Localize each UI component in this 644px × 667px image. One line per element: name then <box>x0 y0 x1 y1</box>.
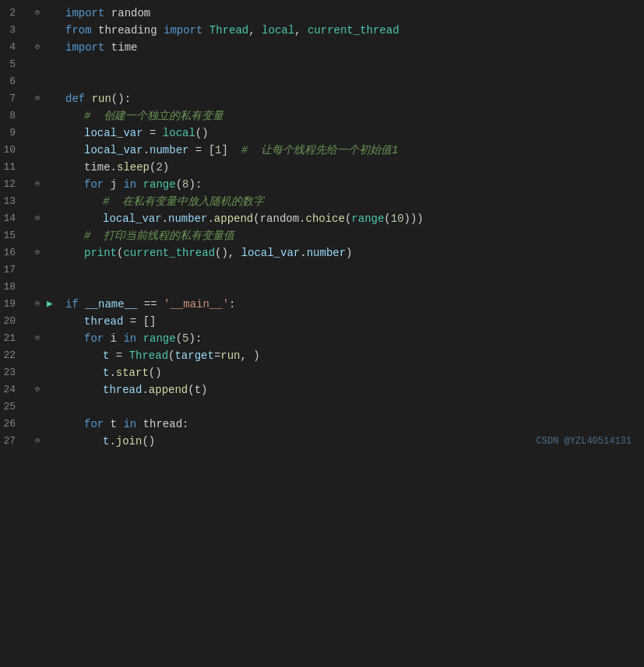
cls-thread-22: Thread <box>129 349 168 362</box>
fold-icon-12[interactable]: ⊖ <box>35 176 40 193</box>
ln-18: 18 <box>0 279 22 296</box>
run-empty-23 <box>47 398 62 416</box>
comment-8: # 创建一个独立的私有变量 <box>84 110 223 122</box>
gutter-5 <box>28 56 47 73</box>
fn-run-22: run <box>220 349 240 362</box>
code-line-24: thread.append(t) <box>62 381 644 398</box>
run-empty-19 <box>47 330 62 347</box>
watermark: CSDN @YZL40514131 <box>537 433 632 450</box>
gutter-9 <box>28 125 47 142</box>
code-line-22: t = Thread(target=run, ) <box>62 347 644 364</box>
kw-for-12: for <box>84 178 104 191</box>
fold-icon-16[interactable]: ⊖ <box>35 244 40 262</box>
builtin-current-thread: current_thread <box>308 24 399 37</box>
kw-def: def <box>65 93 85 105</box>
code-line-12: for j in range(8): <box>62 176 644 193</box>
ln-15: 15 <box>0 227 22 244</box>
ln-12: 12 <box>0 176 22 193</box>
fold-icon-21[interactable]: ⊖ <box>35 330 40 347</box>
run-empty-24 <box>47 416 62 433</box>
code-line-23: t.start() <box>62 364 644 381</box>
param-target: target <box>174 349 213 362</box>
fold-icon-7[interactable]: ⊖ <box>35 90 40 107</box>
gutter-20 <box>28 313 47 330</box>
fold-icon-4[interactable]: ⊖ <box>35 39 40 56</box>
code-line-20: thread = [] <box>62 313 644 330</box>
run-empty-17 <box>47 279 62 296</box>
gutter-13 <box>28 193 47 210</box>
ln-4: 4 <box>0 39 22 56</box>
gutter-2[interactable]: ⊖ <box>28 5 47 22</box>
gutter-23 <box>28 364 47 381</box>
run-empty-4 <box>47 56 62 73</box>
gutter-15 <box>28 227 47 244</box>
comment-10: # 让每个线程先给一个初始值1 <box>241 144 399 156</box>
code-line-17 <box>62 262 644 279</box>
builtin-local: local <box>262 24 294 37</box>
gutter-7[interactable]: ⊖ <box>28 90 47 107</box>
fold-icon-2[interactable]: ⊖ <box>35 5 40 22</box>
fn-append-24: append <box>149 384 188 396</box>
code-line-10: local_var.number = [1] # 让每个线程先给一个初始值1 <box>62 142 644 159</box>
num-2: 2 <box>156 161 162 174</box>
run-empty-11 <box>47 176 62 193</box>
builtin-range-12: range <box>143 178 176 191</box>
fold-icon-27[interactable]: ⊖ <box>35 433 40 450</box>
fn-start: start <box>116 367 149 379</box>
run-empty-20 <box>47 347 62 364</box>
ln-24: 24 <box>0 381 22 398</box>
builtin-current-thread-16: current_thread <box>123 247 215 259</box>
ln-16: 16 <box>0 244 22 262</box>
code-line-8: # 创建一个独立的私有变量 <box>62 107 644 125</box>
fold-icon-24[interactable]: ⊖ <box>35 381 40 398</box>
code-line-15: # 打印当前线程的私有变量值 <box>62 227 644 244</box>
gutter-4[interactable]: ⊖ <box>28 39 47 56</box>
code-container: 2 3 4 5 6 7 8 9 10 11 12 13 14 15 16 17 … <box>0 0 644 667</box>
gutter-24[interactable]: ⊖ <box>28 381 47 398</box>
gutter-18 <box>28 279 47 296</box>
attr-number: number <box>150 144 188 156</box>
run-empty-5 <box>47 73 62 90</box>
gutter-3 <box>28 22 47 39</box>
code-line-21: for i in range(5): <box>62 330 644 347</box>
ln-5: 5 <box>0 56 22 73</box>
code-line-16: print(current_thread(), local_var.number… <box>62 244 644 262</box>
fold-icon-14[interactable]: ⊖ <box>35 210 40 227</box>
code-line-13: # 在私有变量中放入随机的数字 <box>62 193 644 210</box>
fn-sleep: sleep <box>117 161 150 174</box>
var-lv-14: local_var <box>103 212 162 225</box>
gutter-12[interactable]: ⊖ <box>28 176 47 193</box>
code-line-18 <box>62 279 644 296</box>
code-line-3: from threading import Thread, local, cur… <box>62 22 644 39</box>
ln-6: 6 <box>0 73 22 90</box>
run-empty-6 <box>47 90 62 107</box>
fold-icon-19[interactable]: ⊖ <box>35 296 40 313</box>
ln-20: 20 <box>0 313 22 330</box>
run-empty-18 <box>47 313 62 330</box>
gutter-14[interactable]: ⊖ <box>28 210 47 227</box>
run-icon[interactable]: ▶ <box>47 296 62 313</box>
run-empty-10 <box>47 159 62 176</box>
gutter-16[interactable]: ⊖ <box>28 244 47 262</box>
ln-27: 27 <box>0 433 22 450</box>
run-empty-2 <box>47 22 62 39</box>
run-empty-7 <box>47 107 62 125</box>
ln-7: 7 <box>0 90 22 107</box>
code-line-26: for t in thread: <box>62 416 644 433</box>
run-empty-25 <box>47 433 62 450</box>
kw-from: from <box>65 24 92 37</box>
run-empty-13 <box>47 210 62 227</box>
gutter-22 <box>28 347 47 364</box>
num-10: 10 <box>391 212 404 225</box>
ln-23: 23 <box>0 364 22 381</box>
comment-15: # 打印当前线程的私有变量值 <box>84 230 234 242</box>
gutter-8 <box>28 107 47 125</box>
kw-import-3: import <box>164 24 202 37</box>
dunder-name: __name__ <box>85 298 137 311</box>
gutter-19[interactable]: ⊖ <box>28 296 47 313</box>
code-line-2: import random <box>62 5 644 22</box>
gutter-21[interactable]: ⊖ <box>28 330 47 347</box>
run-empty-16 <box>47 262 62 279</box>
var-local-var-2: local_var <box>84 144 143 156</box>
gutter-27[interactable]: ⊖ <box>28 433 47 450</box>
